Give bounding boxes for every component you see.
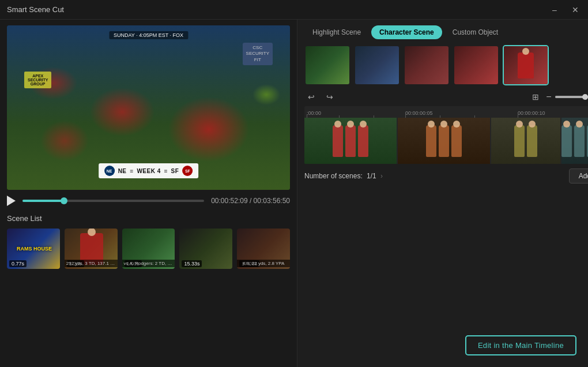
left-panel: SUNDAY · 4:05PM EST · FOX CSCSECURITYFIT…	[0, 20, 297, 367]
play-button[interactable]	[7, 196, 16, 206]
week-text: WEEK 4	[137, 168, 160, 174]
team-sf-name: SF	[171, 168, 179, 174]
playback-controls: 00:00:52:09 / 00:03:56:50	[7, 196, 290, 206]
csc-badge: CSCSECURITYFIT	[243, 43, 273, 65]
progress-bar[interactable]	[22, 200, 204, 202]
person-4	[426, 125, 436, 157]
tab-character[interactable]: Character Scene	[371, 25, 442, 39]
person-9	[561, 125, 572, 157]
char-thumb-1[interactable]	[304, 45, 350, 85]
scene-item-5[interactable]: 17.08s 4-8, 22 yds, 2.8 YPA	[237, 229, 290, 269]
divider: ≡	[164, 168, 168, 174]
scene-list-title: Scene List	[7, 214, 290, 223]
scene-item-1[interactable]: RAMS HOUSE 0.77s	[7, 229, 60, 269]
scene-label-2: 292 yds, 3 TD, 137.1 rate	[65, 260, 118, 267]
char-thumb-4[interactable]	[453, 45, 499, 85]
char-thumb-2[interactable]	[354, 45, 400, 85]
clip-2-content	[398, 118, 490, 164]
timeline-track	[304, 118, 588, 164]
right-panel: Highlight Scene Character Scene Custom O…	[297, 20, 588, 367]
person-6	[451, 125, 462, 157]
add-clip-button[interactable]: ⊞	[529, 91, 542, 103]
app-title: Smart Scene Cut	[7, 5, 64, 14]
scorebug: NE NE ≡ WEEK 4 ≡ SF SF	[99, 163, 199, 178]
person-8	[527, 125, 537, 157]
current-time: 00:00:52:09	[211, 197, 247, 205]
zoom-fill	[555, 96, 585, 98]
team-ne-logo: NE	[104, 166, 115, 176]
tab-custom[interactable]: Custom Object	[444, 25, 506, 39]
apex-badge: APEXSECURITYGROUP	[24, 72, 51, 88]
time-separator: /	[250, 197, 254, 205]
scene-label-5: 4-8, 22 yds, 2.8 YPA	[237, 260, 290, 267]
team-ne-name: NE	[118, 168, 127, 174]
title-bar: Smart Scene Cut – ✕	[0, 0, 588, 20]
ruler-label-0: :00:00	[307, 110, 321, 116]
scene-duration-1: 0.77s	[9, 260, 27, 267]
scene-item-4[interactable]: 15.33s	[179, 229, 232, 269]
zoom-minus-button[interactable]: −	[546, 92, 551, 102]
scene-label-3: vs A. Rodgers: 2 TD, 281 yds	[122, 260, 175, 267]
clip-4-content	[561, 118, 588, 164]
minimize-button[interactable]: –	[549, 4, 560, 16]
ruler-label-10: 00:00:00:10	[518, 110, 545, 116]
scene-list-section: Scene List RAMS HOUSE 0.77s	[7, 214, 290, 269]
track-clip-3[interactable]	[491, 118, 560, 164]
team-sf-logo: SF	[182, 166, 193, 176]
add-all-button[interactable]: Add All	[569, 168, 588, 184]
scenes-count: Number of scenes: 1/1 ›	[304, 172, 383, 180]
video-preview: SUNDAY · 4:05PM EST · FOX CSCSECURITYFIT…	[7, 25, 290, 190]
bottom-bar: Number of scenes: 1/1 › Add All	[304, 168, 588, 184]
play-icon	[7, 196, 16, 206]
clip-1-content	[304, 118, 397, 164]
person-1	[333, 125, 343, 157]
scene-duration-4: 15.33s	[182, 260, 202, 267]
track-clip-1[interactable]	[304, 118, 397, 164]
total-time: 00:03:56:50	[254, 197, 290, 205]
char-thumb-3[interactable]	[404, 45, 450, 85]
person-5	[439, 125, 449, 157]
main-content: SUNDAY · 4:05PM EST · FOX CSCSECURITYFIT…	[0, 20, 588, 367]
person-7	[514, 125, 525, 157]
zoom-control: ⊞ − +	[529, 91, 588, 103]
window-controls: – ✕	[549, 4, 581, 16]
progress-handle[interactable]	[61, 197, 67, 204]
scene-item-2[interactable]: 1.20s 292 yds, 3 TD, 137.1 rate	[65, 229, 118, 269]
scenes-arrow: ›	[380, 172, 383, 180]
scenes-value: 1/1	[367, 172, 376, 180]
clip-3-content	[491, 118, 560, 164]
close-button[interactable]: ✕	[570, 4, 581, 16]
person-2	[345, 125, 356, 157]
broadcast-text: SUNDAY · 4:05PM EST · FOX	[109, 31, 188, 39]
track-clip-2[interactable]	[398, 118, 490, 164]
progress-fill	[22, 200, 64, 202]
timeline-controls: ↩ ↪ ⊞ − +	[304, 91, 588, 103]
track-clip-4[interactable]	[561, 118, 588, 164]
scene-item-3[interactable]: 1.00s vs A. Rodgers: 2 TD, 281 yds	[122, 229, 175, 269]
person-3	[358, 125, 368, 157]
redo-button[interactable]: ↪	[323, 91, 337, 103]
time-display: 00:00:52:09 / 00:03:56:50	[211, 197, 290, 205]
zoom-handle[interactable]	[582, 94, 588, 100]
zoom-slider[interactable]	[555, 96, 588, 98]
tabs-row: Highlight Scene Character Scene Custom O…	[304, 25, 588, 39]
person-10	[574, 125, 585, 157]
char-thumb-5[interactable]	[503, 45, 549, 85]
edit-main-timeline-button[interactable]: Edit in the Main Timeline	[465, 335, 576, 355]
scene-thumbnails: RAMS HOUSE 0.77s	[7, 229, 290, 269]
tab-highlight[interactable]: Highlight Scene	[304, 25, 369, 39]
ruler-label-5: 00:00:00:05	[405, 110, 433, 116]
timeline-ruler: :00:00 00:00:00:05 00:00:00:10	[304, 106, 588, 118]
undo-button[interactable]: ↩	[304, 91, 318, 103]
scenes-label: Number of scenes:	[304, 172, 363, 180]
character-thumbnails	[304, 45, 588, 85]
week-label: ≡	[130, 168, 134, 174]
